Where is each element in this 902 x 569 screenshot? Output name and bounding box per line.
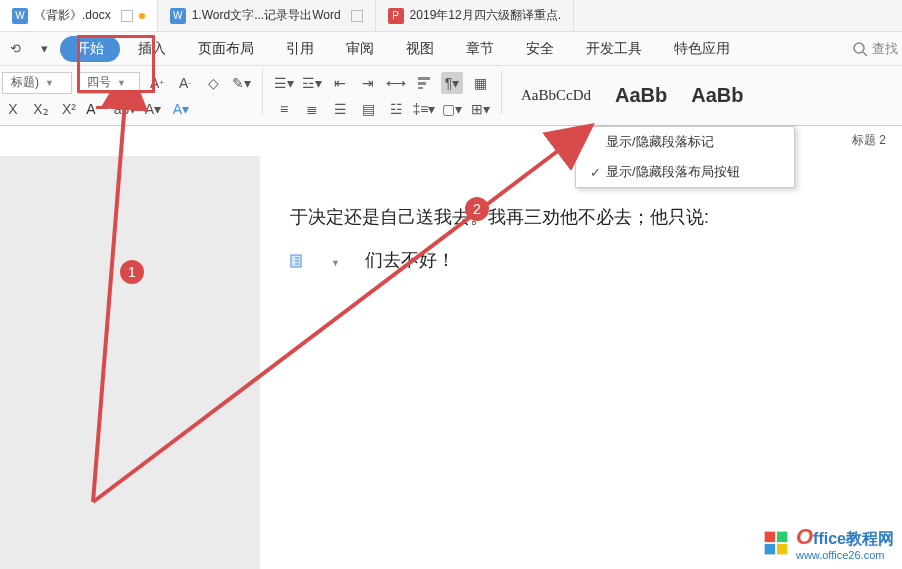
svg-rect-9 [777, 531, 788, 542]
tab-section[interactable]: 章节 [452, 34, 508, 64]
menu-toggle-paragraph-marks[interactable]: 显示/隐藏段落标记 [576, 127, 794, 157]
tab-pagelayout[interactable]: 页面布局 [184, 34, 268, 64]
menu-item-label: 显示/隐藏段落布局按钮 [606, 163, 740, 181]
font-color-button[interactable]: A [86, 98, 108, 120]
annotation-badge-2: 2 [465, 197, 489, 221]
tab-modified-dot [139, 13, 145, 19]
svg-rect-11 [777, 544, 788, 555]
tab-beiying[interactable]: W 《背影》.docx [0, 0, 158, 31]
style-heading1[interactable]: AaBb [606, 79, 676, 112]
format-painter-button[interactable]: ✎▾ [230, 72, 252, 94]
grow-font-button[interactable]: A+ [146, 72, 168, 94]
tab-insert[interactable]: 插入 [124, 34, 180, 64]
separator [501, 70, 502, 114]
tab-window-icon[interactable] [351, 10, 363, 22]
watermark-url: www.office26.com [796, 549, 894, 561]
tab-label: 1.Word文字...记录导出Word [192, 7, 341, 24]
document-page[interactable]: 于决定还是自己送我去。我再三劝他不必去；他只说: ▼ 们去不好！ [260, 156, 902, 569]
superscript-button[interactable]: X² [58, 98, 80, 120]
watermark-title: Office教程网 [796, 525, 894, 549]
shrink-font-button[interactable]: A- [174, 72, 196, 94]
redo-button[interactable]: ▾ [33, 37, 56, 60]
style-normal[interactable]: AaBbCcDd [512, 82, 600, 109]
tab-view[interactable]: 视图 [392, 34, 448, 64]
word-doc-icon: W [170, 8, 186, 24]
svg-rect-8 [765, 531, 776, 542]
search-label: 查找 [872, 40, 898, 58]
office-logo-icon [762, 529, 790, 557]
page-gutter [0, 156, 260, 569]
align-center-button[interactable]: ≣ [301, 98, 323, 120]
char-shading-button[interactable]: A▾ [142, 98, 164, 120]
tab-review[interactable]: 审阅 [332, 34, 388, 64]
svg-line-1 [863, 52, 867, 56]
watermark: Office教程网 www.office26.com [762, 525, 894, 561]
search-box[interactable]: 查找 [852, 40, 902, 58]
distribute-button[interactable]: ☳ [385, 98, 407, 120]
check-icon: ✓ [584, 165, 606, 180]
borders-button[interactable]: ▦ [469, 72, 491, 94]
svg-rect-3 [418, 82, 426, 85]
paragraph-text: 们去不好！ [365, 250, 455, 270]
case-button[interactable]: X [2, 98, 24, 120]
char-scale-button[interactable]: ⟷ [385, 72, 407, 94]
line-spacing-button[interactable]: ‡≡▾ [413, 98, 435, 120]
style-heading2[interactable]: AaBb [682, 79, 752, 112]
tab-home[interactable]: 开始 [60, 36, 120, 62]
table-border-button[interactable]: ⊞▾ [469, 98, 491, 120]
tab-window-icon[interactable] [121, 10, 133, 22]
menu-item-label: 显示/隐藏段落标记 [606, 133, 714, 151]
paragraph-marks-button[interactable]: ¶▾ [441, 72, 463, 94]
document-tabs: W 《背影》.docx W 1.Word文字...记录导出Word P 2019… [0, 0, 902, 32]
align-left-button[interactable]: ≡ [273, 98, 295, 120]
svg-point-0 [854, 43, 864, 53]
tab-reference[interactable]: 引用 [272, 34, 328, 64]
svg-rect-4 [418, 87, 423, 89]
svg-rect-2 [418, 77, 430, 80]
tab-label: 2019年12月四六级翻译重点. [410, 7, 561, 24]
numbering-button[interactable]: ☲▾ [301, 72, 323, 94]
font-size-combo[interactable]: 四号▼ [78, 72, 140, 94]
shading-button[interactable]: ▢▾ [441, 98, 463, 120]
document-area: 于决定还是自己送我去。我再三劝他不必去；他只说: ▼ 们去不好！ [0, 156, 902, 569]
paragraph-2: ▼ 们去不好！ [290, 239, 872, 282]
pdf-doc-icon: P [388, 8, 404, 24]
font-name-value: 标题) [11, 74, 39, 91]
word-doc-icon: W [12, 8, 28, 24]
highlight-button[interactable]: ab▾ [114, 98, 136, 120]
ribbon-tabs: ⟲ ▾ 开始 插入 页面布局 引用 审阅 视图 章节 安全 开发工具 特色应用 … [0, 32, 902, 66]
subscript-button[interactable]: X₂ [30, 98, 52, 120]
tab-pdf-translation[interactable]: P 2019年12月四六级翻译重点. [376, 0, 574, 31]
align-justify-button[interactable]: ▤ [357, 98, 379, 120]
align-right-button[interactable]: ☰ [329, 98, 351, 120]
tab-label: 《背影》.docx [34, 7, 111, 24]
tab-word-export[interactable]: W 1.Word文字...记录导出Word [158, 0, 376, 31]
clear-format-button[interactable]: ◇ [202, 72, 224, 94]
font-size-value: 四号 [87, 74, 111, 91]
font-effect-button[interactable]: A▾ [170, 98, 192, 120]
undo-button[interactable]: ⟲ [2, 37, 29, 60]
font-name-combo[interactable]: 标题)▼ [2, 72, 72, 94]
chevron-down-icon[interactable]: ▼ [331, 258, 340, 268]
tab-devtools[interactable]: 开发工具 [572, 34, 656, 64]
sort-button[interactable] [413, 72, 435, 94]
svg-rect-10 [765, 544, 776, 555]
paragraph-1: 于决定还是自己送我去。我再三劝他不必去；他只说: [290, 196, 872, 239]
decrease-indent-button[interactable]: ⇤ [329, 72, 351, 94]
increase-indent-button[interactable]: ⇥ [357, 72, 379, 94]
separator [262, 70, 263, 114]
paragraph-layout-icon[interactable] [290, 253, 306, 269]
paragraph-marks-menu: 显示/隐藏段落标记 ✓ 显示/隐藏段落布局按钮 [575, 126, 795, 188]
tab-special[interactable]: 特色应用 [660, 34, 744, 64]
annotation-badge-1: 1 [120, 260, 144, 284]
home-toolbar: 标题)▼ 四号▼ A+ A- ◇ ✎▾ X X₂ X² A ab▾ A▾ A▾ … [0, 66, 902, 126]
search-icon [852, 41, 868, 57]
menu-toggle-layout-button[interactable]: ✓ 显示/隐藏段落布局按钮 [576, 157, 794, 187]
bullets-button[interactable]: ☰▾ [273, 72, 295, 94]
style-caption: 标题 2 [852, 132, 886, 149]
tab-security[interactable]: 安全 [512, 34, 568, 64]
